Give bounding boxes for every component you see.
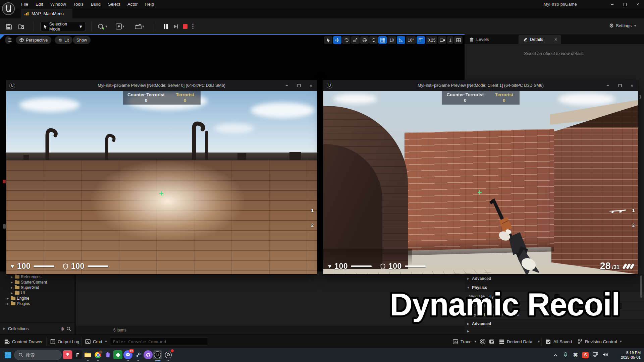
sogou-input-icon[interactable]: S xyxy=(582,352,589,358)
rotation-snap-toggle[interactable] xyxy=(397,36,405,44)
scale-snap-toggle[interactable] xyxy=(417,36,425,44)
minimize-button[interactable]: − xyxy=(281,80,293,91)
taskbar-discord[interactable]: 9+ xyxy=(123,350,132,359)
play-options-button[interactable]: ••• xyxy=(191,22,195,31)
add-collection-icon[interactable]: ⊕ xyxy=(60,326,64,331)
tree-item-supergrid[interactable]: ▶ SuperGrid xyxy=(0,285,74,290)
taskbar-obsidian[interactable] xyxy=(103,350,112,359)
scale-snap-value[interactable]: 0.25 xyxy=(426,36,437,44)
taskbar-app-green[interactable] xyxy=(113,350,122,359)
preview-server-titlebar[interactable]: U MyFirstFpsGame Preview [NetMode: Serve… xyxy=(6,80,317,91)
perspective-dropdown[interactable]: Perspective xyxy=(16,36,51,44)
menu-item-file[interactable]: File xyxy=(17,0,32,9)
tab-map-mainmenu[interactable]: MAP_MainMenu xyxy=(21,9,72,18)
menu-item-build[interactable]: Build xyxy=(87,0,104,9)
console-command-input[interactable] xyxy=(110,338,208,346)
preview-window-server[interactable]: U MyFirstFpsGame Preview [NetMode: Serve… xyxy=(6,80,317,274)
taskbar-app-files[interactable]: F xyxy=(73,350,82,359)
panel-expander-icon[interactable]: ❯ xyxy=(639,95,642,99)
trace-dropdown[interactable]: Trace ▼ xyxy=(453,335,477,348)
network-icon[interactable] xyxy=(590,352,600,358)
camera-speed-button[interactable] xyxy=(438,36,446,44)
tree-item-plugins[interactable]: ▶ Plugins xyxy=(0,301,74,306)
close-button[interactable]: × xyxy=(626,80,638,91)
category-advanced-top[interactable]: ▶ Advanced xyxy=(465,274,644,283)
add-actor-button[interactable]: ▼ xyxy=(97,22,109,31)
settings-dropdown[interactable]: ⚙ Settings ▼ xyxy=(609,22,637,29)
insights-button[interactable] xyxy=(480,335,486,348)
taskbar-chrome[interactable] xyxy=(93,350,102,359)
grid-snap-toggle[interactable] xyxy=(378,36,387,44)
revision-control-dropdown[interactable]: Revision Control ▼ xyxy=(578,335,622,348)
close-button[interactable]: × xyxy=(305,80,317,91)
scale-tool-button[interactable] xyxy=(351,36,360,44)
preview-window-client[interactable]: U MyFirstFpsGame Preview [NetMode: Clien… xyxy=(323,80,638,274)
world-space-button[interactable] xyxy=(360,36,369,44)
taskbar-unreal-active[interactable] xyxy=(153,350,162,359)
taskbar-clock[interactable]: 5:19 PM 2025-05-01 xyxy=(612,350,641,360)
lit-dropdown[interactable]: Lit xyxy=(55,36,72,44)
game-view-client[interactable]: Counter-Terrorist Terrorist 0 0 ♥ 100 10… xyxy=(323,91,638,274)
cycle-transform-button[interactable] xyxy=(369,36,378,44)
close-tab-icon[interactable]: ✕ xyxy=(554,37,557,42)
menu-item-window[interactable]: Window xyxy=(47,0,69,9)
tree-item-startercontent[interactable]: ▶ StarterContent xyxy=(0,280,74,285)
rotation-snap-value[interactable]: 10° xyxy=(406,36,416,44)
screenshot-button[interactable] xyxy=(489,335,495,348)
maximize-button[interactable] xyxy=(293,80,305,91)
all-saved-button[interactable]: All Saved xyxy=(545,335,572,348)
rotate-tool-button[interactable] xyxy=(342,36,351,44)
selection-mode-dropdown[interactable]: Selection Mode ▼ xyxy=(40,22,86,31)
blueprints-button[interactable]: ▼ xyxy=(114,22,126,31)
volume-icon[interactable] xyxy=(600,352,610,358)
tree-item-ui[interactable]: ▶ UI xyxy=(0,290,74,296)
maximize-button[interactable] xyxy=(614,80,626,91)
search-collections-icon[interactable] xyxy=(66,326,71,331)
tree-item-references[interactable]: ▶ References xyxy=(0,274,74,280)
camera-speed-value[interactable]: 1 xyxy=(447,36,453,44)
taskbar-file-explorer[interactable] xyxy=(83,350,92,359)
viewport-layout-button[interactable] xyxy=(454,36,463,44)
game-view-server[interactable]: Counter-Terrorist Terrorist 0 0 ♥ 100 10… xyxy=(6,91,317,274)
minimize-button[interactable]: − xyxy=(602,80,614,91)
frame-skip-button[interactable] xyxy=(172,22,180,31)
pause-button[interactable] xyxy=(162,22,170,31)
select-tool-button[interactable] xyxy=(324,36,332,44)
collections-section[interactable]: ▶ Collections ⊕ xyxy=(0,322,74,335)
ime-language-indicator[interactable]: 英 xyxy=(571,352,581,358)
cinematics-button[interactable]: ▼ xyxy=(133,22,146,31)
taskbar-app-music[interactable] xyxy=(63,350,72,359)
taskbar-github-desktop[interactable] xyxy=(144,350,153,359)
browse-content-button[interactable] xyxy=(17,22,25,31)
content-drawer-button[interactable]: Content Drawer xyxy=(4,335,43,348)
start-button[interactable] xyxy=(5,352,11,358)
save-button[interactable] xyxy=(5,22,13,31)
minimize-button[interactable]: − xyxy=(606,0,619,9)
microphone-icon[interactable] xyxy=(560,352,571,358)
tab-details[interactable]: Details ✕ xyxy=(519,35,561,44)
cmd-dropdown[interactable]: Cmd ▼ xyxy=(85,335,107,348)
output-log-button[interactable]: Output Log xyxy=(50,335,79,348)
derived-data-dropdown[interactable]: Derived Data ▼ xyxy=(499,335,540,348)
menu-item-select[interactable]: Select xyxy=(104,0,124,9)
menu-item-actor[interactable]: Actor xyxy=(124,0,141,9)
menu-item-help[interactable]: Help xyxy=(141,0,158,9)
tree-item-engine[interactable]: ▶ Engine xyxy=(0,296,74,301)
unreal-logo[interactable] xyxy=(2,2,15,15)
viewport-options-button[interactable]: ☰ xyxy=(5,36,11,44)
show-dropdown[interactable]: Show xyxy=(73,36,91,44)
tray-expand-chevron[interactable] xyxy=(550,353,560,358)
grid-snap-value[interactable]: 10 xyxy=(387,36,396,44)
menu-item-tools[interactable]: Tools xyxy=(70,0,87,9)
move-tool-button[interactable] xyxy=(333,36,341,44)
search-input[interactable] xyxy=(26,353,56,358)
stop-button[interactable] xyxy=(181,22,189,31)
preview-client-titlebar[interactable]: U MyFirstFpsGame Preview [NetMode: Clien… xyxy=(323,80,638,91)
maximize-button[interactable] xyxy=(619,0,631,9)
taskbar-search[interactable] xyxy=(14,350,62,360)
close-button[interactable]: × xyxy=(631,0,644,9)
menu-item-edit[interactable]: Edit xyxy=(32,0,47,9)
taskbar-obs[interactable] xyxy=(164,350,173,359)
taskbar-steam[interactable] xyxy=(133,350,143,359)
tab-levels[interactable]: Levels xyxy=(465,35,494,44)
